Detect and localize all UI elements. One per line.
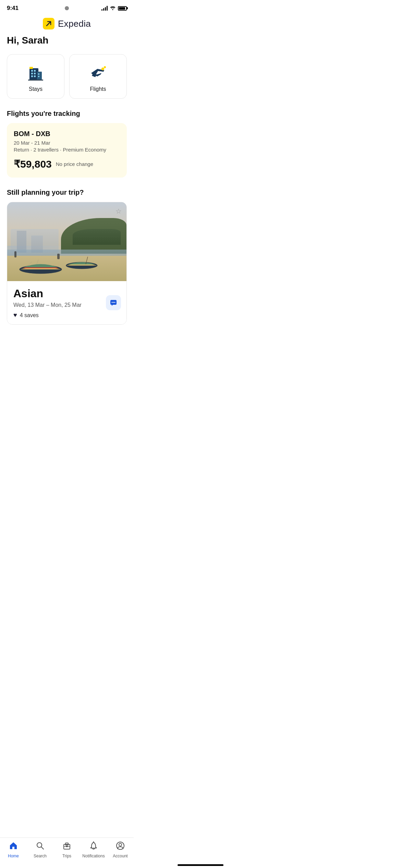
- svg-point-22: [114, 302, 116, 303]
- trip-saves-count: 4 saves: [20, 312, 39, 318]
- price-change-status: No price change: [56, 161, 93, 167]
- planning-title: Still planning your trip?: [7, 189, 127, 196]
- app-header: Expedia: [0, 14, 134, 35]
- trip-image-inner: ☆: [7, 202, 126, 281]
- svg-point-12: [101, 68, 104, 70]
- svg-rect-4: [31, 73, 33, 74]
- svg-rect-11: [28, 80, 43, 81]
- expedia-logo-icon: [43, 18, 54, 29]
- flight-price-row: ₹59,803 No price change: [14, 158, 120, 170]
- svg-rect-1: [37, 72, 42, 80]
- main-content: Hi, Sarah: [0, 35, 134, 366]
- battery-icon: [118, 6, 127, 11]
- svg-rect-6: [31, 75, 33, 77]
- svg-rect-8: [38, 73, 39, 75]
- status-time: 9:41: [7, 5, 19, 12]
- flights-card[interactable]: Flights: [69, 54, 127, 99]
- trip-dates: Wed, 13 Mar – Mon, 25 Mar: [13, 302, 120, 308]
- svg-rect-9: [38, 76, 39, 77]
- stays-card[interactable]: Stays: [7, 54, 64, 99]
- svg-point-20: [112, 302, 113, 303]
- status-icons: [101, 5, 127, 11]
- plane-icon: [88, 62, 108, 83]
- flights-label: Flights: [90, 86, 106, 92]
- bookmark-star-icon[interactable]: ☆: [116, 207, 122, 215]
- trip-info: Asian Wed, 13 Mar – Mon, 25 Mar ♥ 4 save…: [7, 281, 126, 324]
- wifi-icon: [110, 5, 116, 11]
- status-bar: 9:41: [0, 0, 134, 14]
- svg-rect-10: [29, 67, 33, 69]
- greeting-text: Hi, Sarah: [7, 35, 127, 46]
- flight-route: BOM - DXB: [14, 130, 120, 138]
- flight-price: ₹59,803: [14, 158, 52, 170]
- camera-indicator: [65, 6, 69, 10]
- chat-bubble-button[interactable]: [106, 295, 121, 310]
- stays-label: Stays: [29, 86, 42, 92]
- category-row: Stays Flights: [7, 54, 127, 99]
- svg-rect-7: [34, 75, 36, 77]
- boat-right-icon: [55, 256, 109, 270]
- flight-tracking-title: Flights you're tracking: [7, 110, 127, 118]
- flight-details: Return · 2 travellers · Premium Economy: [14, 147, 120, 153]
- trip-saves-row: ♥ 4 saves: [13, 312, 120, 319]
- heart-icon: ♥: [13, 312, 17, 319]
- svg-rect-2: [31, 70, 33, 72]
- building-icon: [25, 62, 46, 83]
- trip-card[interactable]: ☆ Asian Wed, 13 Mar – Mon, 25 Mar ♥ 4 sa…: [7, 202, 127, 325]
- flight-dates: 20 Mar - 21 Mar: [14, 140, 120, 146]
- signal-icon: [101, 6, 108, 11]
- trip-image: ☆: [7, 202, 126, 281]
- app-title: Expedia: [58, 19, 91, 29]
- svg-point-21: [113, 302, 114, 303]
- svg-point-13: [104, 66, 106, 68]
- svg-line-16: [36, 260, 38, 265]
- flight-tracking-card[interactable]: BOM - DXB 20 Mar - 21 Mar Return · 2 tra…: [7, 123, 127, 178]
- trip-name: Asian: [13, 287, 120, 300]
- svg-rect-3: [34, 70, 36, 72]
- svg-rect-5: [34, 73, 36, 74]
